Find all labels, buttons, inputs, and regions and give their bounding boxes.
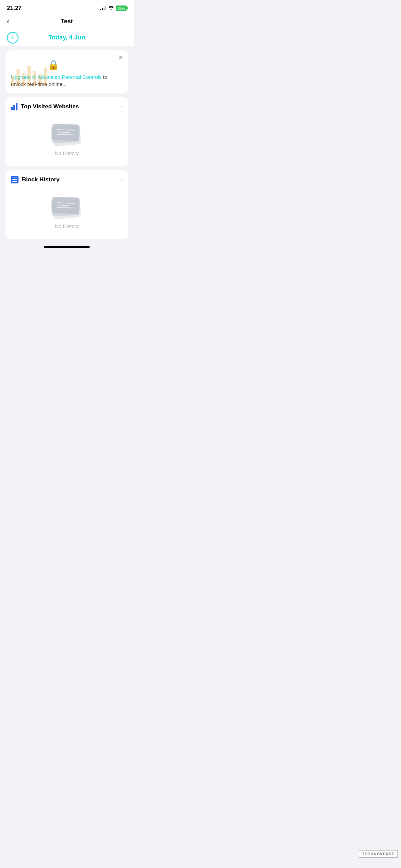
bar-chart-icon <box>11 103 17 110</box>
block-history-empty-state: No History <box>5 188 128 239</box>
date-nav: Today, 4 Jun <box>0 31 134 46</box>
upgrade-banner: ✕ 🔒 Upgrade to Advanced Parental Control… <box>5 50 128 93</box>
home-indicator <box>0 243 134 250</box>
signal-icon <box>100 6 106 10</box>
wifi-icon <box>108 5 114 11</box>
status-bar: 21.27 86% <box>0 0 134 14</box>
status-icons: 86% <box>100 5 127 11</box>
top-visited-title-row: Top Visited Websites <box>11 103 79 110</box>
top-visited-card: Top Visited Websites › No History <box>5 97 128 166</box>
block-history-title-row: Block History <box>11 176 60 183</box>
stack-lines-2 <box>52 197 80 214</box>
top-visited-title: Top Visited Websites <box>21 103 79 110</box>
page-title: Test <box>61 18 73 25</box>
top-visited-no-history: No History <box>55 150 79 156</box>
empty-stack-icon-2 <box>51 194 82 218</box>
empty-stack-icon <box>51 121 82 145</box>
top-visited-empty-state: No History <box>5 114 128 166</box>
block-history-header: Block History › <box>5 170 128 188</box>
top-visited-chevron-icon[interactable]: › <box>121 103 123 110</box>
block-history-title: Block History <box>22 176 60 183</box>
date-back-button[interactable] <box>7 32 19 44</box>
block-history-no-history: No History <box>55 223 79 229</box>
status-time: 21.27 <box>7 5 22 12</box>
date-label: Today, 4 Jun <box>48 34 85 41</box>
stack-lines <box>52 124 80 141</box>
block-history-chevron-icon[interactable]: › <box>121 176 123 183</box>
doc-icon <box>11 176 19 183</box>
top-visited-header: Top Visited Websites › <box>5 97 128 114</box>
home-bar <box>44 246 90 248</box>
battery-indicator: 86% <box>116 5 127 11</box>
block-history-card: Block History › No History <box>5 170 128 239</box>
main-content: ✕ 🔒 Upgrade to Advanced Parental Control… <box>0 50 134 239</box>
battery-level: 86 <box>118 6 122 10</box>
back-button[interactable]: ‹ <box>7 17 9 26</box>
banner-bg-bars <box>5 50 53 93</box>
close-button[interactable]: ✕ <box>118 55 123 61</box>
nav-header: ‹ Test <box>0 14 134 31</box>
